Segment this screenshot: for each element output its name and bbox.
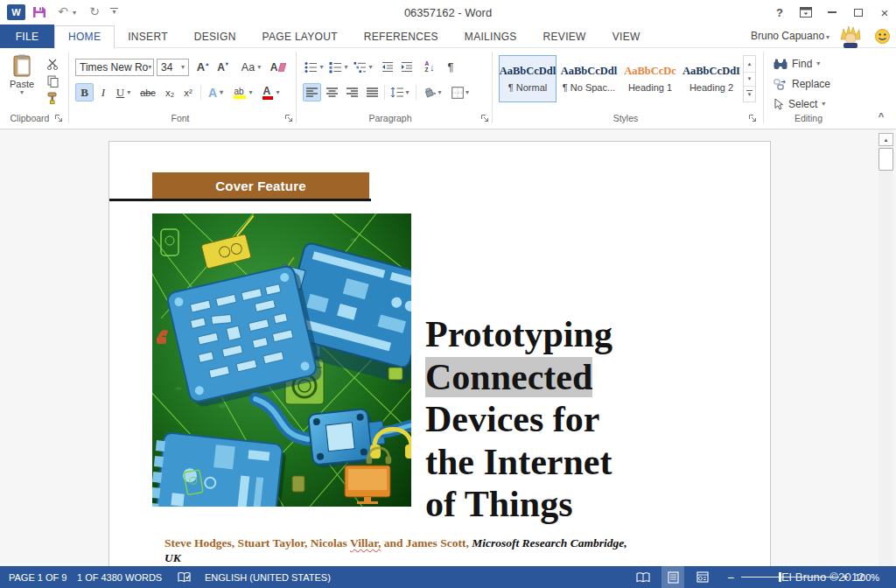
text-highlight-button[interactable]: ab ▾ (230, 83, 256, 102)
tab-review[interactable]: REVIEW (530, 24, 599, 48)
account-dropdown-icon[interactable]: ▾ (826, 34, 830, 41)
shrink-arrow-icon: ▾ (226, 61, 228, 66)
read-mode-button[interactable] (632, 566, 654, 588)
styles-scroll-down-icon[interactable]: ▾ (744, 72, 755, 87)
styles-dialog-launcher[interactable] (748, 114, 758, 123)
font-family-select[interactable]: Times New Ro ▾ (75, 59, 154, 76)
tab-view[interactable]: VIEW (599, 24, 654, 48)
font-size-select[interactable]: 34 ▾ (157, 59, 189, 76)
clipboard-dialog-launcher[interactable] (54, 114, 64, 123)
multilevel-list-button[interactable]: ▾ (352, 58, 374, 76)
decrease-indent-button[interactable] (378, 58, 396, 76)
font-dialog-launcher[interactable] (284, 114, 294, 123)
clear-formatting-button[interactable]: A (268, 58, 289, 76)
change-case-button[interactable]: Aa▾ (238, 58, 264, 76)
italic-button[interactable]: I (95, 83, 111, 102)
help-button[interactable]: ? (768, 4, 791, 21)
borders-icon (452, 87, 464, 99)
undo-dropdown-icon[interactable]: ▾ (73, 10, 76, 17)
underline-button[interactable]: U ▾ (112, 83, 135, 102)
word-count[interactable]: 1 OF 4380 WORDS (77, 566, 162, 588)
replace-button[interactable]: Replace (774, 75, 830, 93)
superscript-button[interactable]: x² (179, 83, 197, 102)
shading-caret-icon: ▾ (438, 89, 441, 96)
ribbon-display-options-icon[interactable] (794, 4, 817, 21)
watermark-text: El Bruno ©2012 (781, 566, 864, 588)
font-family-value: Times New Ro (80, 61, 148, 74)
find-button[interactable]: Find ▾ (774, 55, 820, 73)
style-normal[interactable]: AaBbCcDdl ¶ Normal (499, 55, 556, 102)
increase-indent-button[interactable] (397, 58, 416, 76)
maximize-button[interactable] (847, 4, 870, 21)
align-right-button[interactable] (343, 83, 361, 102)
copy-button[interactable] (42, 74, 63, 88)
select-button[interactable]: Select ▾ (774, 95, 825, 113)
redo-button[interactable]: ↻ (86, 4, 103, 19)
tab-page-layout[interactable]: PAGE LAYOUT (249, 24, 351, 48)
align-center-button[interactable] (323, 83, 341, 102)
style-no-spacing[interactable]: AaBbCcDdl ¶ No Spac... (560, 55, 618, 102)
justify-button[interactable] (363, 83, 382, 102)
line-spacing-button[interactable]: ▾ (388, 83, 412, 102)
title-line-2: Connected (425, 356, 688, 399)
grow-font-button[interactable]: A▴ (193, 58, 212, 76)
article-title: Prototyping Connected Devices for the In… (425, 313, 688, 526)
tab-design[interactable]: DESIGN (181, 24, 249, 48)
style-heading2[interactable]: AaBbCcDdI Heading 2 (682, 55, 740, 102)
clear-formatting-glyph: A (270, 61, 278, 74)
minimize-button[interactable] (821, 4, 844, 21)
borders-button[interactable]: ▾ (448, 83, 472, 102)
tab-insert[interactable]: INSERT (115, 24, 181, 48)
shrink-font-button[interactable]: A▾ (214, 58, 232, 76)
save-icon[interactable] (32, 5, 46, 19)
title-line-4: the Internet (425, 441, 688, 484)
send-a-smile-icon[interactable] (875, 29, 890, 44)
cut-button[interactable] (42, 57, 63, 72)
subscript-button[interactable]: x₂ (161, 83, 178, 102)
paste-button[interactable]: Paste ▾ (6, 53, 38, 108)
borders-caret-icon: ▾ (466, 89, 469, 96)
paragraph-dialog-launcher[interactable] (480, 114, 490, 123)
collapse-ribbon-button[interactable]: ^ (873, 109, 889, 123)
document-canvas: ▴ Cover Feature (0, 130, 896, 566)
align-left-button[interactable] (303, 83, 321, 102)
show-hide-pilcrow-button[interactable]: ¶ (442, 58, 459, 76)
format-painter-button[interactable] (42, 90, 63, 105)
tab-file[interactable]: FILE (0, 24, 54, 48)
page-indicator[interactable]: PAGE 1 OF 9 (9, 566, 66, 588)
line-spacing-icon (390, 87, 403, 98)
scrollbar-thumb[interactable] (878, 148, 893, 171)
scroll-up-button[interactable]: ▴ (878, 133, 893, 146)
shading-button[interactable]: ▾ (420, 83, 444, 102)
strikethrough-button[interactable]: abc (136, 83, 159, 102)
style-heading1[interactable]: AaBbCcDc Heading 1 (621, 55, 679, 102)
numbering-button[interactable]: ▾ (327, 58, 350, 76)
tab-references[interactable]: REFERENCES (351, 24, 452, 48)
styles-scroll-up-icon[interactable]: ▴ (744, 57, 755, 72)
document-page[interactable]: Cover Feature (108, 141, 771, 566)
bold-button[interactable]: B (75, 83, 94, 102)
styles-gallery-more-icon[interactable]: ▾ (744, 87, 755, 102)
word-logo-icon[interactable]: W (7, 4, 25, 20)
avatar[interactable] (838, 25, 863, 48)
ribbon-tab-row: FILE HOME INSERT DESIGN PAGE LAYOUT REFE… (0, 24, 896, 48)
print-layout-button[interactable] (662, 566, 684, 588)
tab-home[interactable]: HOME (54, 25, 115, 49)
vertical-scrollbar[interactable] (878, 130, 893, 566)
tab-mailings[interactable]: MAILINGS (452, 24, 530, 48)
font-color-button[interactable]: A ▾ (259, 83, 284, 102)
bullets-button[interactable]: ▾ (303, 58, 326, 76)
undo-button[interactable]: ↶ (54, 4, 72, 19)
zoom-out-button[interactable]: − (727, 566, 734, 588)
account-name[interactable]: Bruno Capuano (751, 30, 824, 42)
proofing-status-icon[interactable] (178, 566, 191, 588)
selected-text[interactable]: Connected (425, 357, 592, 397)
cursor-arrow-icon (774, 98, 784, 110)
text-effects-button[interactable]: A ▾ (204, 83, 228, 102)
language-indicator[interactable]: ENGLISH (UNITED STATES) (205, 566, 331, 588)
qat-customize-icon[interactable]: ▾ (110, 8, 118, 16)
web-layout-button[interactable] (691, 566, 714, 588)
sort-button[interactable]: A Z ↓ (419, 58, 440, 76)
select-caret-icon: ▾ (822, 101, 825, 108)
close-button[interactable]: × (873, 4, 896, 21)
